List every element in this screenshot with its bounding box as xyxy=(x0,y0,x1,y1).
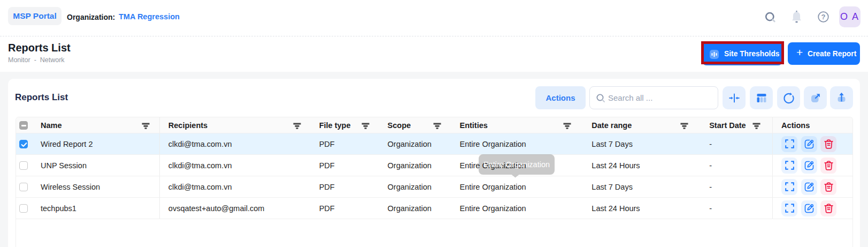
svg-text:?: ? xyxy=(821,13,826,21)
